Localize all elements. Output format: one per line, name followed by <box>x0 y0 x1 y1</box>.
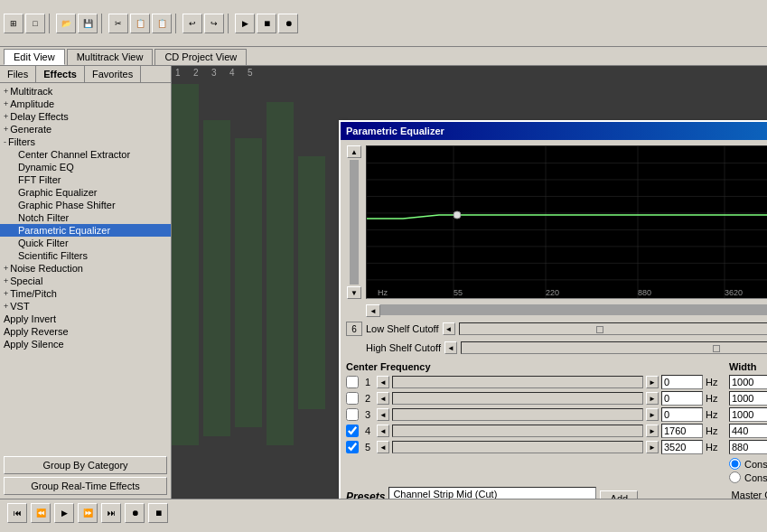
tree-item-dynamic-eq[interactable]: Dynamic EQ <box>0 161 171 173</box>
eq-vscroll-up[interactable]: ▲ <box>347 145 361 158</box>
toolbar-paste[interactable]: 📋 <box>152 14 172 33</box>
cf-value-3[interactable]: 0 <box>661 407 703 422</box>
cf-value-5[interactable]: 3520 <box>661 440 703 454</box>
preset-channel-strip[interactable]: Channel Strip Mid (Cut) <box>389 488 595 499</box>
transport-skip-back[interactable]: ⏮ <box>7 503 27 523</box>
cf-value-4[interactable]: 1760 <box>661 424 703 438</box>
expand-multitrack[interactable]: + <box>4 87 8 96</box>
cf-check-1[interactable] <box>346 376 359 388</box>
toolbar-btn-1[interactable]: ⊞ <box>4 14 23 33</box>
transport-play[interactable]: ▶ <box>54 503 74 523</box>
cf-slider-left-1[interactable]: ◄ <box>377 376 389 388</box>
tree-item-parametric-eq[interactable]: Parametric Equalizer <box>0 224 171 237</box>
high-shelf-slider-left[interactable]: ◄ <box>444 341 457 354</box>
toolbar-undo[interactable]: ↩ <box>182 14 202 33</box>
toolbar-save[interactable]: 💾 <box>78 14 98 33</box>
panel-tab-files[interactable]: Files <box>0 66 36 82</box>
width-value-5[interactable]: 880 <box>729 440 767 454</box>
tree-item-noise-reduction[interactable]: + Noise Reduction <box>0 262 171 275</box>
expand-delay[interactable]: + <box>4 112 8 121</box>
tree-item-generate[interactable]: + Generate <box>0 123 171 135</box>
cf-slider-right-3[interactable]: ► <box>646 408 659 421</box>
cf-value-2[interactable]: 0 <box>661 391 703 406</box>
transport-skip-forward[interactable]: ⏭ <box>101 503 121 523</box>
expand-filters[interactable]: - <box>4 137 6 146</box>
cf-check-3[interactable] <box>346 408 359 421</box>
tab-edit-view[interactable]: Edit View <box>4 49 65 65</box>
tree-item-multitrack[interactable]: + Multitrack <box>0 85 171 98</box>
tree-item-special[interactable]: + Special <box>0 275 171 287</box>
cf-slider-left-2[interactable]: ◄ <box>377 392 389 405</box>
cf-slider-4[interactable] <box>392 425 643 437</box>
toolbar-stop[interactable]: ⏹ <box>257 14 276 33</box>
low-shelf-band-box[interactable]: 6 <box>346 322 362 336</box>
expand-special[interactable]: + <box>4 276 8 285</box>
transport-fast-forward[interactable]: ⏩ <box>78 503 98 523</box>
width-value-4[interactable]: 440 <box>729 424 767 438</box>
eq-vscroll-down[interactable]: ▼ <box>347 286 361 299</box>
tree-item-filters[interactable]: - Filters <box>0 135 171 148</box>
tree-item-time-pitch[interactable]: + Time/Pitch <box>0 287 171 300</box>
cf-check-5[interactable] <box>346 441 359 453</box>
panel-tab-effects[interactable]: Effects <box>36 66 85 82</box>
cf-slider-3[interactable] <box>392 408 643 421</box>
low-shelf-slider-track[interactable] <box>459 322 767 335</box>
tree-item-quick-filter[interactable]: Quick Filter <box>0 237 171 249</box>
toolbar-copy[interactable]: 📋 <box>130 14 150 33</box>
radio-constant-width-input[interactable] <box>729 458 741 470</box>
high-shelf-slider-thumb[interactable] <box>713 345 720 352</box>
tree-item-delay-effects[interactable]: + Delay Effects <box>0 110 171 123</box>
width-value-1[interactable]: 1000 <box>729 375 767 389</box>
cf-slider-left-3[interactable]: ◄ <box>377 408 389 421</box>
cf-check-2[interactable] <box>346 392 359 405</box>
cf-slider-left-4[interactable]: ◄ <box>377 425 389 437</box>
tree-item-apply-invert[interactable]: Apply Invert <box>0 313 171 325</box>
transport-rewind[interactable]: ⏪ <box>31 503 51 523</box>
transport-record[interactable]: ⏺ <box>125 503 145 523</box>
cf-slider-left-5[interactable]: ◄ <box>377 441 389 453</box>
expand-noise[interactable]: + <box>4 264 8 273</box>
transport-stop[interactable]: ⏹ <box>148 503 168 523</box>
eq-graph[interactable]: dB 30 24 12 6 0 -12 -24 -36 -48 Hz <box>366 145 767 299</box>
eq-hscroll-left[interactable]: ◄ <box>366 304 380 317</box>
high-shelf-slider-track[interactable] <box>461 341 767 354</box>
expand-amplitude[interactable]: + <box>4 99 8 108</box>
tree-item-graphic-phase[interactable]: Graphic Phase Shifter <box>0 199 171 211</box>
low-shelf-slider-left[interactable]: ◄ <box>443 322 455 335</box>
tree-item-amplitude[interactable]: + Amplitude <box>0 98 171 110</box>
radio-constant-q-input[interactable] <box>729 471 741 483</box>
toolbar-record[interactable]: ⏺ <box>278 14 298 33</box>
cf-slider-right-5[interactable]: ► <box>646 441 659 453</box>
cf-slider-right-2[interactable]: ► <box>646 392 659 405</box>
cf-slider-right-4[interactable]: ► <box>646 425 659 437</box>
width-value-2[interactable]: 1000 <box>729 391 767 406</box>
tree-item-center-channel[interactable]: Center Channel Extractor <box>0 148 171 161</box>
cf-value-1[interactable]: 0 <box>661 375 703 389</box>
presets-list[interactable]: Channel Strip Mid (Cut) High Boost with … <box>388 487 596 499</box>
toolbar-play[interactable]: ▶ <box>235 14 255 33</box>
tree-item-vst[interactable]: + VST <box>0 300 171 313</box>
toolbar-cut[interactable]: ✂ <box>108 14 128 33</box>
cf-check-4[interactable] <box>346 425 359 437</box>
expand-time-pitch[interactable]: + <box>4 289 8 298</box>
cf-slider-1[interactable] <box>392 376 643 388</box>
tab-cd-project-view[interactable]: CD Project View <box>154 49 247 65</box>
cf-slider-right-1[interactable]: ► <box>646 376 659 388</box>
toolbar-redo[interactable]: ↪ <box>204 14 224 33</box>
tree-item-fft-filter[interactable]: FFT Filter <box>0 173 171 186</box>
cf-slider-2[interactable] <box>392 392 643 405</box>
tree-item-notch-filter[interactable]: Notch Filter <box>0 211 171 224</box>
group-by-category-btn[interactable]: Group By Category <box>4 456 167 474</box>
toolbar-open[interactable]: 📂 <box>56 14 76 33</box>
group-realtime-btn[interactable]: Group Real-Time Effects <box>4 477 167 495</box>
expand-generate[interactable]: + <box>4 125 8 134</box>
expand-vst[interactable]: + <box>4 302 8 311</box>
toolbar-btn-2[interactable]: □ <box>25 14 45 33</box>
add-preset-btn[interactable]: Add <box>600 490 638 499</box>
tree-item-graphic-eq[interactable]: Graphic Equalizer <box>0 186 171 199</box>
tree-item-scientific[interactable]: Scientific Filters <box>0 249 171 262</box>
cf-slider-5[interactable] <box>392 441 643 453</box>
tab-multitrack-view[interactable]: Multitrack View <box>67 49 154 65</box>
tree-item-apply-silence[interactable]: Apply Silence <box>0 338 171 350</box>
low-shelf-slider-thumb[interactable] <box>596 326 603 333</box>
